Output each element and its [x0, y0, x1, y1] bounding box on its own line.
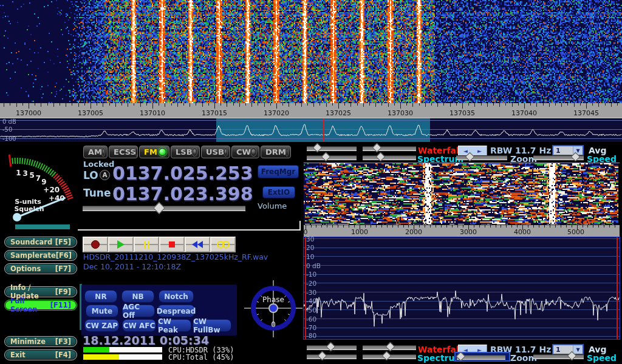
- mode-ecss-button[interactable]: ECSS: [109, 146, 138, 158]
- slider-thumb[interactable]: [313, 143, 323, 153]
- freq-label: 137045: [573, 109, 599, 117]
- mode-label: USB: [206, 147, 224, 157]
- pause-button[interactable]: [134, 237, 159, 252]
- button-label: Full Screen: [10, 297, 50, 314]
- zoom-slider[interactable]: [457, 355, 505, 360]
- nb-button[interactable]: NB: [121, 290, 154, 303]
- slider-thumb[interactable]: [382, 351, 392, 361]
- main-waterfall-display[interactable]: [0, 0, 622, 103]
- speed-slider[interactable]: [533, 155, 584, 160]
- tune-frequency-display[interactable]: 0137.023.398: [112, 183, 253, 204]
- main-frequency-scale[interactable]: 137000 137005 137010 137015 137020 13702…: [0, 103, 622, 118]
- s-meter-gauge: [0, 145, 80, 225]
- spectrum-range-slider[interactable]: [307, 155, 357, 160]
- waterfall-contrast-slider[interactable]: [307, 146, 357, 151]
- zoom-slider[interactable]: [456, 155, 507, 160]
- full-screen-button[interactable]: Full Screen [F11]: [4, 300, 77, 311]
- spectrum-offset-slider[interactable]: [363, 155, 416, 160]
- rewind-button[interactable]: [185, 237, 210, 252]
- mode-label: CW: [236, 147, 251, 157]
- auto-lock-button[interactable]: A: [100, 170, 110, 180]
- info-update-button[interactable]: Info / Update [F9]: [4, 286, 77, 297]
- loop-button[interactable]: [210, 237, 236, 252]
- db-label: -50: [306, 306, 316, 314]
- cw-peak-button[interactable]: CW Peak: [157, 319, 191, 332]
- spectrum-range-slider[interactable]: [307, 354, 357, 359]
- options-button[interactable]: Options [F7]: [4, 263, 77, 274]
- mode-fm-button[interactable]: FM: [139, 146, 169, 158]
- lo-frequency-display[interactable]: 0137.025.253: [112, 163, 253, 184]
- db-label: 0 dB: [2, 118, 16, 125]
- cw-afc-button[interactable]: CW AFC: [122, 319, 156, 332]
- mode-lsb-button[interactable]: LSB: [171, 146, 200, 158]
- mode-usb-button[interactable]: USB: [201, 146, 230, 158]
- nr-button[interactable]: NR: [84, 290, 117, 303]
- rx-spectrum-box[interactable]: 30 20 10 0 dB -10 -20 -30 -40 -50 -60 -7…: [303, 237, 620, 340]
- hdsdr-window: 137000 137005 137010 137015 137020 13702…: [0, 0, 622, 364]
- cw-fullbw-button[interactable]: CW FullBw: [193, 319, 231, 332]
- avg-dropdown[interactable]: 1 ▼: [552, 145, 584, 156]
- cpu-total-label: CPU:Total (45%): [168, 353, 234, 362]
- play-button[interactable]: [108, 237, 134, 252]
- samplerate-button[interactable]: Samplerate [F6]: [4, 250, 77, 261]
- button-fkey: [F6]: [56, 251, 72, 260]
- play-icon: [117, 240, 125, 249]
- avg-dropdown[interactable]: 1 ▼: [552, 344, 584, 355]
- led-icon: [136, 148, 137, 156]
- slider-thumb[interactable]: [386, 342, 395, 352]
- rx-waterfall-box[interactable]: [304, 163, 620, 225]
- agc-off-button[interactable]: AGC Off: [122, 305, 155, 317]
- speed-label: Speed: [587, 353, 617, 363]
- mode-label: DRM: [265, 147, 286, 157]
- mode-drm-button[interactable]: DRM: [261, 146, 291, 158]
- recording-filename: HDSDR_20111210_120938Z_137025kHz_RF.wav: [83, 252, 268, 261]
- spectrum-offset-slider[interactable]: [363, 354, 416, 359]
- rx-waterfall-display[interactable]: [304, 163, 618, 224]
- db-label: -40: [306, 297, 316, 305]
- mode-am-button[interactable]: AM: [83, 146, 108, 158]
- main-spectrum-display[interactable]: 0 dB -50 -100: [0, 118, 622, 142]
- chevron-right-icon[interactable]: ►: [473, 146, 487, 155]
- slider-thumb[interactable]: [372, 143, 382, 153]
- record-button[interactable]: [83, 237, 108, 252]
- stop-button[interactable]: [159, 237, 185, 252]
- datetime-display: 18.12.2011 0:05:34: [83, 334, 209, 347]
- db-label: 20: [306, 244, 314, 251]
- db-label: 30: [306, 235, 314, 243]
- squelch-level-bar[interactable]: [15, 224, 70, 229]
- rx-spectrum-display[interactable]: [304, 237, 620, 339]
- mode-label: AM: [88, 147, 102, 157]
- zoom-slider-focused[interactable]: [454, 352, 510, 362]
- freq-label: 137010: [140, 109, 165, 117]
- stop-icon: [169, 241, 175, 248]
- slider-thumb[interactable]: [376, 152, 386, 162]
- despread-button[interactable]: Despread: [157, 305, 195, 317]
- extio-button[interactable]: ExtIO: [262, 186, 295, 198]
- slider-thumb[interactable]: [456, 352, 466, 362]
- exit-button[interactable]: Exit [F4]: [4, 349, 77, 360]
- waterfall-brightness-slider[interactable]: [363, 146, 416, 151]
- slider-thumb[interactable]: [318, 351, 327, 361]
- soundcard-button[interactable]: Soundcard [F5]: [4, 237, 77, 248]
- freq-label: 137030: [388, 109, 413, 117]
- mode-cw-button[interactable]: CW: [231, 146, 259, 158]
- mute-button[interactable]: Mute: [86, 305, 118, 317]
- button-fkey: [F5]: [55, 238, 71, 246]
- freqmgr-button[interactable]: FreqMgr: [258, 165, 299, 178]
- slider-thumb[interactable]: [321, 152, 331, 162]
- speed-slider[interactable]: [533, 354, 584, 359]
- waterfall-brightness-slider[interactable]: [363, 345, 416, 350]
- main-spectrum-canvas[interactable]: [0, 118, 622, 142]
- minimize-button[interactable]: Minimize [F3]: [4, 336, 77, 347]
- rx-frequency-scale[interactable]: 0 1000 2000 3000 4000 5000: [304, 225, 620, 237]
- slider-thumb[interactable]: [326, 342, 336, 352]
- dropdown-arrow-icon[interactable]: ▼: [573, 345, 583, 354]
- pause-icon: [144, 241, 149, 248]
- cpu-hdsdr-fill: [83, 347, 109, 352]
- waterfall-contrast-slider[interactable]: [307, 345, 357, 350]
- volume-slider[interactable]: [83, 206, 245, 211]
- notch-button[interactable]: Notch: [159, 290, 194, 303]
- button-label: Soundcard: [10, 238, 52, 246]
- cpu-total-fill: [83, 354, 119, 360]
- cw-zap-button[interactable]: CW ZAP: [84, 319, 119, 332]
